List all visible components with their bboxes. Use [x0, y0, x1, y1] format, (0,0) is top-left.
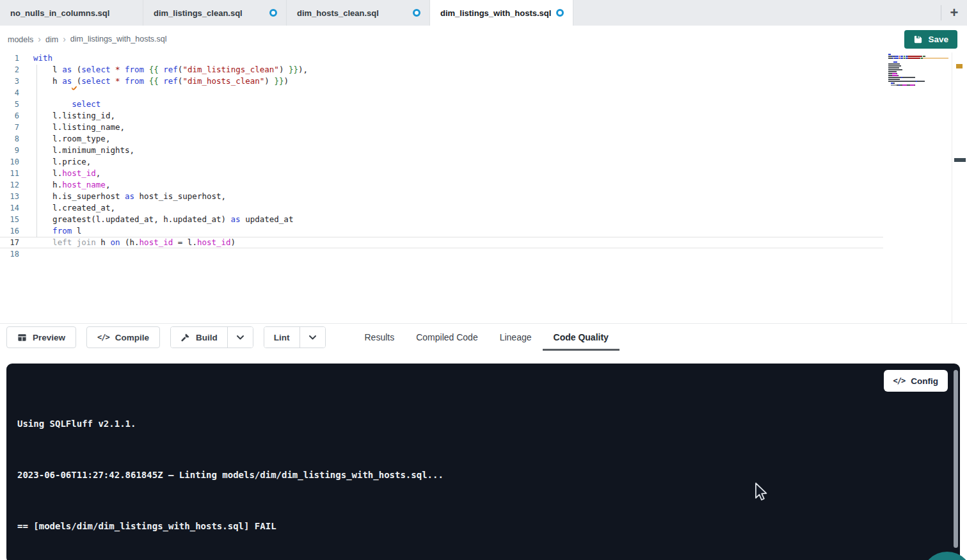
code-editor[interactable]: 1 with 2 l as (select * from {{ ref("dim… — [0, 52, 967, 324]
code-line[interactable]: 8 l.room_type, — [0, 133, 967, 145]
line-number: 14 — [0, 202, 19, 214]
save-button[interactable]: Save — [904, 30, 957, 49]
code-line-text: l.price, — [19, 156, 91, 168]
line-number: 8 — [0, 133, 19, 145]
chevron-down-icon — [308, 335, 317, 340]
line-number: 16 — [0, 225, 19, 237]
code-line[interactable]: 1 with — [0, 52, 967, 64]
line-number: 12 — [0, 179, 19, 191]
breadcrumb-item[interactable]: dim — [45, 34, 70, 44]
terminal-line: == [models/dim/dim_listings_with_hosts.s… — [17, 520, 960, 532]
unsaved-indicator-dot — [556, 9, 564, 17]
code-line[interactable]: 5 select — [0, 99, 967, 110]
code-line-text: h as (select * from {{ ref("dim_hosts_cl… — [19, 76, 289, 87]
panel-tab[interactable]: Results — [354, 324, 406, 351]
code-line[interactable]: 18 — [0, 248, 967, 260]
code-line[interactable]: 13 h.is_superhost as host_is_superhost, — [0, 191, 967, 202]
code-line[interactable]: 12 h.host_name, — [0, 179, 967, 191]
panel-tab[interactable]: Code Quality — [543, 324, 619, 351]
file-tab[interactable]: dim_listings_with_hosts.sql — [430, 0, 573, 26]
new-tab-button[interactable]: + — [941, 0, 967, 26]
lint-button-group: Lint — [264, 326, 326, 348]
line-number: 10 — [0, 156, 19, 168]
action-toolbar: Preview </> Compile Build Lint — [0, 324, 967, 351]
code-line[interactable]: 7 l.listing_name, — [0, 122, 967, 133]
preview-button[interactable]: Preview — [6, 326, 76, 348]
lint-button-label: Lint — [274, 333, 290, 342]
line-number: 13 — [0, 191, 19, 202]
file-tab[interactable]: no_nulls_in_columns.sql — [0, 0, 143, 26]
code-line-text: select — [19, 99, 100, 110]
file-header-row: models dim dim_listings_with_hosts.sql S… — [0, 26, 967, 52]
breadcrumb-item[interactable]: dim_listings_with_hosts.sql — [70, 35, 167, 44]
code-icon: </> — [97, 333, 109, 342]
terminal-line: 2023-06-06T11:27:42.861845Z — Linting mo… — [17, 468, 960, 481]
line-number: 3 — [0, 76, 19, 87]
build-button-group: Build — [170, 326, 253, 348]
table-icon — [17, 333, 27, 342]
overview-ruler-warning-marker — [956, 64, 963, 68]
panel-tab[interactable]: Lineage — [489, 324, 543, 351]
indent-guide — [36, 65, 37, 237]
overview-ruler-cursor-marker — [954, 158, 966, 162]
code-icon: </> — [893, 376, 906, 385]
lint-button[interactable]: Lint — [264, 327, 300, 348]
preview-button-label: Preview — [33, 333, 65, 342]
panel-tab[interactable]: Compiled Code — [405, 324, 489, 351]
minimap[interactable] — [888, 54, 948, 88]
code-line-text: l as (select * from {{ ref("dim_listings… — [19, 64, 308, 76]
save-icon — [913, 35, 923, 44]
file-tab-label: dim_listings_clean.sql — [154, 8, 243, 18]
code-line[interactable]: 9 l.minimum_nights, — [0, 145, 967, 156]
line-number: 5 — [0, 99, 19, 110]
code-line[interactable]: 14 l.created_at, — [0, 202, 967, 214]
code-line[interactable]: 4 — [0, 87, 967, 99]
code-line-text: greatest(l.updated_at, h.updated_at) as … — [19, 214, 293, 225]
breadcrumb: models dim dim_listings_with_hosts.sql — [8, 34, 167, 44]
line-number: 1 — [0, 52, 19, 64]
build-dropdown-button[interactable] — [227, 327, 253, 348]
code-line-text: l.room_type, — [19, 133, 110, 145]
compile-button[interactable]: </> Compile — [86, 326, 160, 348]
file-tab[interactable]: dim_listings_clean.sql — [143, 0, 287, 26]
build-button[interactable]: Build — [171, 327, 227, 348]
line-number: 15 — [0, 214, 19, 225]
code-line[interactable]: 11 l.host_id, — [0, 168, 967, 179]
editor-tab-bar: no_nulls_in_columns.sql dim_listings_cle… — [0, 0, 967, 26]
overview-ruler[interactable] — [952, 52, 967, 323]
line-number: 2 — [0, 64, 19, 76]
build-button-label: Build — [196, 333, 218, 342]
file-tab-label: dim_listings_with_hosts.sql — [440, 8, 551, 18]
code-line[interactable]: 15 greatest(l.updated_at, h.updated_at) … — [0, 214, 967, 225]
code-line-text: h.host_name, — [19, 179, 110, 191]
file-tab-label: no_nulls_in_columns.sql — [10, 8, 109, 18]
file-tab[interactable]: dim_hosts_clean.sql — [287, 0, 430, 26]
chevron-down-icon — [236, 335, 244, 340]
terminal-output: Using SQLFluff v2.1.1. 2023-06-06T11:27:… — [6, 364, 960, 560]
breadcrumb-item[interactable]: models — [8, 34, 45, 44]
code-line[interactable]: 16 from l — [0, 225, 967, 237]
config-button-label: Config — [911, 376, 938, 386]
panel-tab-label: Compiled Code — [416, 332, 478, 342]
terminal-scrollbar[interactable] — [954, 370, 958, 548]
code-line-text: l.listing_name, — [19, 122, 125, 133]
line-number: 18 — [0, 248, 19, 260]
code-line-text — [19, 248, 33, 260]
code-line[interactable]: 6 l.listing_id, — [0, 110, 967, 122]
line-number: 17 — [0, 237, 19, 248]
code-line[interactable]: 17 left join h on (h.host_id = l.host_id… — [0, 237, 883, 248]
tabbar-spacer — [573, 0, 941, 26]
unsaved-indicator-dot — [269, 9, 277, 17]
line-number: 4 — [0, 87, 19, 99]
lint-dropdown-button[interactable] — [300, 327, 325, 348]
code-line-text: from l — [19, 225, 81, 237]
compile-button-label: Compile — [115, 333, 149, 342]
config-button[interactable]: </> Config — [884, 370, 948, 392]
save-button-label: Save — [928, 35, 948, 44]
line-number: 9 — [0, 145, 19, 156]
result-panel-tabs: Results Compiled Code Lineage Code Quali… — [354, 324, 619, 351]
code-line[interactable]: 10 l.price, — [0, 156, 967, 168]
code-line[interactable]: 3 h as (select * from {{ ref("dim_hosts_… — [0, 76, 967, 87]
code-line-text — [19, 87, 33, 99]
code-line[interactable]: 2 l as (select * from {{ ref("dim_listin… — [0, 64, 967, 76]
